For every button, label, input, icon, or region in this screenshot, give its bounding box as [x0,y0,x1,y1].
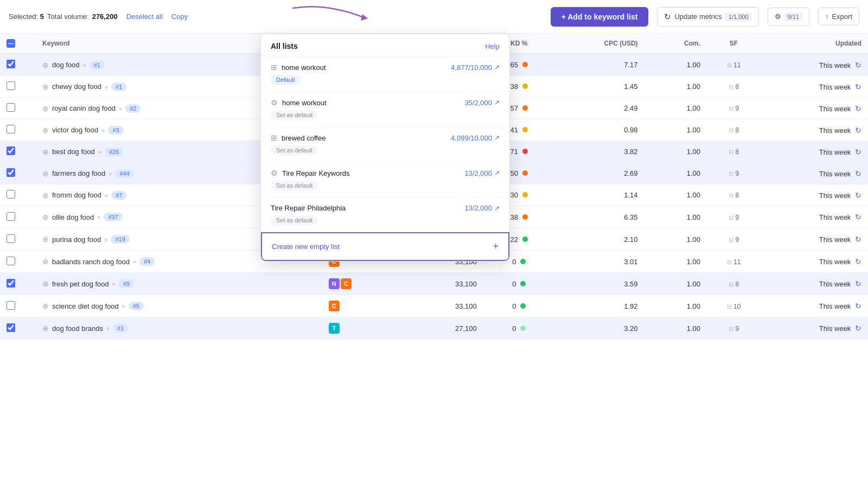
dropdown-list-item[interactable]: ⊞ brewed coffee 4,099/10,000 ↗ Set as de… [261,127,509,162]
external-link-icon[interactable]: ↗ [494,169,500,177]
count-value[interactable]: 13/2,000 [464,169,492,177]
external-link-icon[interactable]: ↗ [494,63,500,71]
refresh-row-icon[interactable]: ↻ [855,279,861,288]
keyword-expand-icon[interactable]: ⊕ [42,213,49,221]
refresh-row-icon[interactable]: ↻ [855,61,861,69]
keyword-expand-icon[interactable]: ⊕ [42,324,49,333]
refresh-row-icon[interactable]: ↻ [855,191,861,200]
external-link-icon[interactable]: ↗ [494,205,500,212]
updated-cell: This week ↻ [761,98,868,119]
select-all-header[interactable] [0,34,36,54]
sf-icon[interactable]: ⊟ [729,170,733,177]
set-default-badge[interactable]: Set as default [271,181,318,190]
keyword-expand-icon[interactable]: ⊕ [42,191,49,200]
add-to-keyword-list-button[interactable]: + Add to keyword list [551,7,649,27]
sf-icon[interactable]: ⊟ [729,149,733,155]
settings-button[interactable]: ⚙ 9/11 [768,8,809,26]
refresh-row-icon[interactable]: ↻ [855,302,861,310]
copy-button[interactable]: Copy [171,12,188,21]
keyword-expand-icon[interactable]: ⊕ [42,61,49,69]
refresh-row-icon[interactable]: ↻ [855,104,861,113]
sf-icon[interactable]: ⊟ [727,303,732,310]
row-checkbox[interactable] [7,146,15,155]
volume-cell: 27,100 [394,317,483,340]
kd-value: 41 [510,126,518,134]
list-item-count: 13/2,000 ↗ [464,204,500,212]
sf-icon[interactable]: ⊟ [729,237,733,243]
keyword-expand-icon[interactable]: ⊕ [42,257,49,266]
refresh-row-icon[interactable]: ↻ [855,126,861,135]
count-value[interactable]: 4,877/10,000 [451,63,492,72]
volume-cell: 33,100 [394,273,483,295]
sf-icon[interactable]: ⊟ [729,281,733,288]
keyword-expand-icon[interactable]: ⊕ [42,169,49,178]
dropdown-list-item[interactable]: ⚙ Tire Repair Keywords 13/2,000 ↗ Set as… [261,162,509,197]
dropdown-list-item[interactable]: ⚙ home workout 35/2,000 ↗ Set as default [261,92,509,127]
refresh-row-icon[interactable]: ↻ [855,324,861,333]
refresh-row-icon[interactable]: ↻ [855,257,861,266]
sf-icon[interactable]: ⊟ [729,214,733,221]
row-checkbox[interactable] [7,168,15,177]
updated-value: This week [819,61,851,69]
keyword-rank-badge: #2 [125,104,141,113]
row-checkbox-cell [0,98,36,119]
row-checkbox[interactable] [7,301,15,310]
set-default-badge[interactable]: Set as default [271,145,318,155]
keyword-expand-icon[interactable]: ⊕ [42,279,49,288]
keyword-rank-badge: #19 [111,235,129,244]
com-cell: 1.00 [644,295,707,317]
row-checkbox[interactable] [7,81,15,90]
row-checkbox[interactable] [7,125,15,133]
refresh-row-icon[interactable]: ↻ [855,148,861,156]
deselect-all-button[interactable]: Deselect all [126,12,163,21]
dropdown-list-item[interactable]: Tire Repair Philadelphia 13/2,000 ↗ Set … [261,197,509,232]
dropdown-help-link[interactable]: Help [485,42,500,50]
updated-cell: This week ↻ [761,141,868,163]
sf-icon[interactable]: ⊟ [727,62,732,68]
refresh-row-icon[interactable]: ↻ [855,82,861,91]
sf-icon[interactable]: ⊟ [729,127,733,133]
sf-value: 11 [733,61,741,69]
refresh-row-icon[interactable]: ↻ [855,213,861,221]
keyword-expand-icon[interactable]: ⊕ [42,302,49,310]
row-checkbox[interactable] [7,257,15,265]
keyword-expand-icon[interactable]: ⊕ [42,82,49,91]
create-new-list-button[interactable]: Create new empty list + [261,232,509,261]
export-button[interactable]: ↑ Export [818,8,859,25]
keyword-expand-icon[interactable]: ⊕ [42,235,49,244]
row-checkbox[interactable] [7,190,15,199]
keyword-arrow-icon: » [104,236,107,242]
keyword-expand-icon[interactable]: ⊕ [42,126,49,135]
row-checkbox[interactable] [7,103,15,112]
gear-icon: ⚙ [775,12,781,21]
keyword-expand-icon[interactable]: ⊕ [42,148,49,156]
count-value[interactable]: 35/2,000 [464,99,492,107]
external-link-icon[interactable]: ↗ [494,99,500,106]
keyword-expand-icon[interactable]: ⊕ [42,104,49,113]
row-checkbox[interactable] [7,212,15,221]
count-value[interactable]: 4,099/10,000 [451,134,492,142]
row-checkbox[interactable] [7,60,15,68]
row-checkbox[interactable] [7,279,15,288]
sf-icon[interactable]: ⊟ [727,259,732,265]
refresh-row-icon[interactable]: ↻ [855,235,861,244]
kd-value: 22 [510,235,518,244]
row-checkbox[interactable] [7,323,15,332]
external-link-icon[interactable]: ↗ [494,134,500,142]
sf-icon[interactable]: ⊟ [729,326,733,332]
cpc-cell: 3.01 [555,251,644,273]
count-value[interactable]: 13/2,000 [464,204,492,212]
com-cell: 1.00 [644,119,707,141]
select-all-checkbox[interactable] [7,39,15,48]
kd-dot [522,170,528,176]
dropdown-list-item[interactable]: ⊞ home workout 4,877/10,000 ↗ Default [261,56,509,92]
update-metrics-button[interactable]: ↻ Update metrics 1/1,000 [657,7,758,27]
keyword-arrow-icon: » [119,105,122,112]
sf-icon[interactable]: ⊟ [729,192,733,199]
sf-icon[interactable]: ⊟ [729,105,733,112]
refresh-row-icon[interactable]: ↻ [855,169,861,178]
set-default-badge[interactable]: Set as default [271,215,318,225]
set-default-badge[interactable]: Set as default [271,110,318,120]
sf-icon[interactable]: ⊟ [729,84,733,90]
row-checkbox[interactable] [7,234,15,243]
